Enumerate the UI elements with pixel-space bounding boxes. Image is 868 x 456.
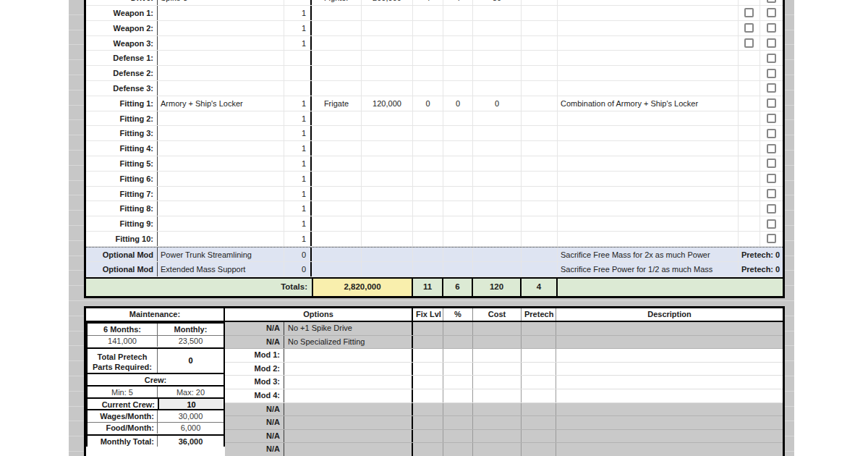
description-header: Description (556, 308, 783, 321)
checkbox-b[interactable] (767, 54, 776, 63)
checkbox-b[interactable] (767, 0, 776, 3)
item-cell[interactable] (158, 111, 284, 126)
checkbox-b[interactable] (767, 98, 776, 108)
checkbox-b[interactable] (767, 174, 776, 183)
row-label: Fitting 7: (86, 187, 158, 201)
checkbox-a[interactable] (744, 23, 754, 33)
checkbox-b[interactable] (767, 204, 776, 214)
item-cell[interactable] (158, 126, 284, 140)
item-cell[interactable] (158, 172, 284, 186)
item-cell[interactable] (158, 216, 284, 231)
blank-cell (473, 248, 522, 261)
item-cell[interactable] (158, 141, 284, 156)
checkbox-b[interactable] (767, 83, 776, 93)
qty-cell[interactable]: 1 (284, 36, 312, 51)
checkbox-b[interactable] (767, 159, 776, 168)
checkbox-b[interactable] (767, 219, 776, 229)
checkbox-b[interactable] (767, 189, 776, 198)
maintenance-period-row: 6 Months: Monthly: (88, 324, 224, 336)
ship-component-row: Defense 1: (86, 51, 783, 66)
row-label: Fitting 1: (86, 96, 158, 111)
qty-cell[interactable] (284, 66, 312, 80)
description-cell (558, 21, 739, 35)
option-text-cell[interactable] (284, 363, 413, 376)
qty-cell[interactable]: 1 (284, 126, 312, 140)
checkbox-b-cell (760, 81, 783, 96)
checkbox-a[interactable] (744, 8, 754, 17)
item-cell[interactable]: Spike-3 (158, 0, 284, 6)
option-text-cell (284, 403, 413, 416)
qty-cell[interactable]: 1 (284, 187, 312, 201)
qty-cell[interactable]: 1 (284, 156, 312, 171)
optional-mod-item[interactable]: Extended Mass Support (158, 262, 284, 276)
item-cell[interactable] (158, 232, 284, 246)
checkbox-b[interactable] (767, 144, 776, 153)
optional-mod-qty[interactable]: 0 (284, 262, 312, 276)
checkbox-b-cell (760, 187, 783, 201)
option-text-cell[interactable] (284, 349, 413, 362)
item-cell[interactable] (158, 187, 284, 201)
checkbox-b[interactable] (767, 38, 776, 48)
checkbox-b[interactable] (767, 69, 776, 78)
fix-lvl-cell (413, 376, 443, 389)
qty-cell[interactable] (284, 0, 312, 6)
ship-component-row: Fitting 2:1 (86, 111, 783, 127)
cost-cell (362, 232, 413, 246)
stat-cell (443, 232, 473, 246)
current-crew-row: Current Crew: 10 (86, 397, 225, 410)
checkbox-a-cell (739, 66, 760, 80)
item-cell[interactable] (158, 201, 284, 216)
qty-cell[interactable] (284, 51, 312, 65)
blank-cell (312, 248, 362, 261)
checkbox-b[interactable] (767, 129, 776, 138)
stat-cell (413, 141, 443, 156)
stat-cell (443, 141, 473, 156)
qty-cell[interactable]: 1 (284, 141, 312, 156)
optional-mod-qty[interactable]: 0 (284, 248, 312, 261)
qty-cell[interactable]: 1 (284, 96, 312, 111)
qty-cell[interactable]: 1 (284, 216, 312, 231)
checkbox-b[interactable] (767, 114, 776, 123)
current-crew-input[interactable]: 10 (158, 399, 224, 410)
item-cell[interactable] (158, 6, 284, 20)
checkbox-b[interactable] (767, 23, 776, 33)
qty-cell[interactable]: 1 (284, 201, 312, 216)
item-cell[interactable] (158, 66, 284, 80)
qty-cell[interactable]: 1 (284, 111, 312, 126)
optional-mod-pretech: Pretech: 0 (739, 248, 783, 261)
option-text-cell[interactable] (284, 389, 413, 402)
checkbox-b[interactable] (767, 8, 776, 17)
monthly-label: Monthly: (158, 324, 224, 335)
cost-cell (362, 187, 413, 201)
fix-lvl-cell (413, 416, 443, 429)
checkbox-a[interactable] (744, 38, 754, 48)
stat-cell (413, 6, 443, 20)
totals-stat-cell: 11 (413, 279, 443, 296)
ship-components-table: Drive:Spike-3Fighter200,0004480Weapon 1:… (84, 0, 785, 298)
current-crew-label: Current Crew: (88, 399, 158, 410)
item-cell[interactable] (158, 51, 284, 65)
optional-mod-label: Optional Mod (86, 262, 158, 276)
item-cell[interactable] (158, 21, 284, 35)
checkbox-b[interactable] (767, 234, 776, 243)
qty-cell[interactable]: 1 (284, 232, 312, 246)
pretech-cell (522, 389, 556, 402)
cost-cell: 120,000 (362, 96, 413, 111)
qty-cell[interactable]: 1 (284, 21, 312, 35)
qty-cell[interactable]: 1 (284, 172, 312, 186)
qty-cell[interactable] (284, 81, 312, 96)
stat-cell (443, 111, 473, 126)
qty-cell[interactable]: 1 (284, 6, 312, 20)
hull-class-cell (312, 216, 362, 231)
item-cell[interactable] (158, 36, 284, 51)
fix-lvl-cell (413, 336, 443, 349)
item-cell[interactable] (158, 156, 284, 171)
item-cell[interactable] (158, 81, 284, 96)
pretech-cell (522, 216, 558, 231)
option-text-cell[interactable] (284, 376, 413, 389)
pretech-cell (522, 416, 556, 429)
pretech-cell (522, 111, 558, 126)
item-cell[interactable]: Armory + Ship's Locker (158, 96, 284, 111)
option-row: Mod 2: (225, 363, 783, 376)
optional-mod-item[interactable]: Power Trunk Streamlining (158, 248, 284, 261)
